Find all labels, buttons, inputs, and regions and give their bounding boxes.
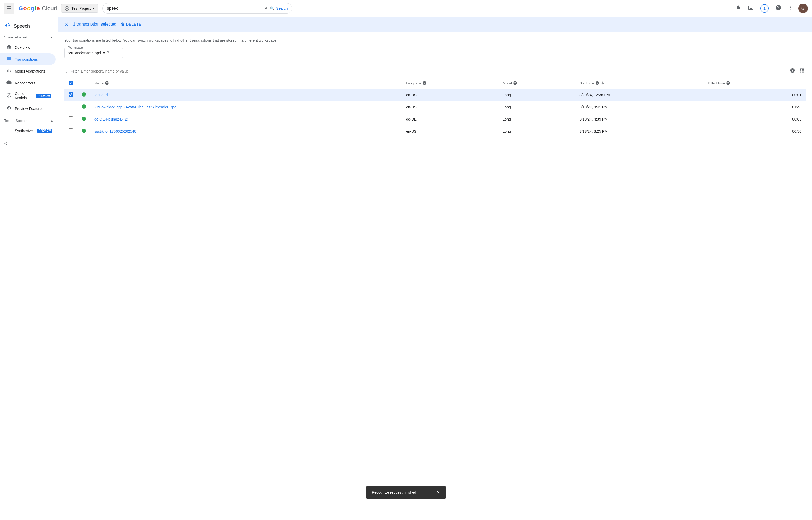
row-name-link[interactable]: test-audio xyxy=(94,93,110,97)
row-billed-time-cell: 00:50 xyxy=(704,125,806,137)
search-clear-button[interactable]: ✕ xyxy=(264,5,268,11)
sidebar-item-synthesize-label: Synthesize xyxy=(15,129,33,133)
th-start-time-help-icon[interactable] xyxy=(595,81,599,85)
snackbar-close-button[interactable]: ✕ xyxy=(436,489,440,495)
row-billed-time-cell: 00:06 xyxy=(704,113,806,125)
th-billed-time: Billed Time xyxy=(704,78,806,89)
row-model-cell: Long xyxy=(498,113,575,125)
delete-icon: 🗑 xyxy=(121,22,125,26)
row-model-cell: Long xyxy=(498,89,575,101)
user-avatar-button[interactable]: G xyxy=(798,4,808,13)
delete-button[interactable]: 🗑 DELETE xyxy=(121,22,141,26)
table-help-button[interactable] xyxy=(789,67,796,75)
workspace-help-icon[interactable]: ? xyxy=(107,51,109,55)
row-model-cell: Long xyxy=(498,125,575,137)
topbar: ☰ Google Cloud Test Project ▾ ✕ 🔍 Search… xyxy=(0,0,812,17)
status-dot xyxy=(82,129,86,133)
sidebar-app-header: Speech xyxy=(0,19,58,33)
table-row: de-DE-Neural2-B (2) de-DE Long 3/18/24, … xyxy=(64,113,806,125)
project-selector-button[interactable]: Test Project ▾ xyxy=(61,4,98,12)
custom-models-icon xyxy=(6,93,11,99)
row-name-cell: X2Download.app - Avatar The Last Airbend… xyxy=(90,101,402,113)
help-icon xyxy=(775,4,781,11)
row-checkbox[interactable] xyxy=(69,128,73,133)
selection-close-button[interactable]: ✕ xyxy=(64,21,69,27)
sidebar-section-text-to-speech[interactable]: Text-to-Speech ▲ xyxy=(0,116,58,125)
table-help-icon xyxy=(790,68,795,73)
snackbar: Recognize request finished ✕ xyxy=(367,486,445,499)
sidebar-item-synthesize[interactable]: Synthesize PREVIEW xyxy=(0,125,56,137)
row-checkbox[interactable] xyxy=(69,92,73,97)
table-toolbar: Filter xyxy=(64,64,806,78)
filter-button[interactable]: Filter xyxy=(64,69,79,74)
search-button[interactable]: 🔍 Search xyxy=(270,6,288,10)
header-checkbox[interactable]: ✓ xyxy=(69,81,73,85)
sidebar-section-tts-label: Text-to-Speech xyxy=(4,119,27,123)
row-name-link[interactable]: ssstik.io_1706625262540 xyxy=(94,129,136,133)
home-icon xyxy=(6,44,11,51)
status-dot xyxy=(82,116,86,121)
delete-label: DELETE xyxy=(126,22,141,26)
notifications-button[interactable] xyxy=(733,2,743,14)
table-columns-icon xyxy=(800,68,805,73)
sidebar-item-overview[interactable]: Overview xyxy=(0,42,56,53)
app-layout: Speech Speech-to-Text ▲ Overview Transcr… xyxy=(0,17,812,520)
google-cloud-logo: Google Cloud xyxy=(19,5,57,12)
row-start-time-cell: 3/18/24, 3:25 PM xyxy=(575,125,704,137)
th-start-time-sort-icon[interactable] xyxy=(601,81,605,85)
row-name-cell: test-audio xyxy=(90,89,402,101)
row-checkbox[interactable] xyxy=(69,104,73,109)
badge-circle: 1 xyxy=(760,4,769,12)
sidebar-section-speech-to-text[interactable]: Speech-to-Text ▲ xyxy=(0,33,58,42)
main-content: ✕ 1 transcription selected 🗑 DELETE Your… xyxy=(58,17,812,520)
th-language-help-icon[interactable] xyxy=(422,81,427,85)
row-checkbox-cell xyxy=(64,125,78,137)
snackbar-message: Recognize request finished xyxy=(372,490,416,494)
help-button[interactable] xyxy=(773,2,784,14)
row-start-time-cell: 3/20/24, 12:36 PM xyxy=(575,89,704,101)
transcriptions-icon xyxy=(6,56,11,62)
content-description: Your transcriptions are listed below. Yo… xyxy=(64,38,806,43)
synthesize-icon xyxy=(6,127,11,134)
preview-features-icon xyxy=(6,105,11,112)
sidebar-item-preview-features[interactable]: Preview Features xyxy=(0,103,56,114)
status-dot xyxy=(82,92,86,97)
filter-input[interactable] xyxy=(79,68,789,74)
row-checkbox-cell xyxy=(64,89,78,101)
search-bar: ✕ 🔍 Search xyxy=(102,3,292,14)
row-checkbox[interactable] xyxy=(69,116,73,121)
badge-button[interactable]: 1 xyxy=(758,2,771,15)
row-model-cell: Long xyxy=(498,101,575,113)
th-model-help-icon[interactable] xyxy=(513,81,517,85)
sidebar-item-recognizers[interactable]: Recognizers xyxy=(0,77,56,89)
th-name-help-icon[interactable] xyxy=(105,81,109,85)
sidebar-item-transcriptions[interactable]: Transcriptions xyxy=(0,53,56,65)
sidebar-item-recognizers-label: Recognizers xyxy=(15,81,35,85)
th-status xyxy=(78,78,90,89)
row-name-link[interactable]: de-DE-Neural2-B (2) xyxy=(94,117,128,121)
table-columns-button[interactable] xyxy=(798,67,806,75)
workspace-label: Workspace xyxy=(67,46,84,49)
row-language-cell: en-US xyxy=(402,101,498,113)
cloud-shell-icon xyxy=(748,4,754,11)
cloud-shell-button[interactable] xyxy=(746,2,756,14)
th-billed-time-help-icon[interactable] xyxy=(726,81,730,85)
table-row: test-audio en-US Long 3/20/24, 12:36 PM … xyxy=(64,89,806,101)
row-status-cell xyxy=(78,101,90,113)
search-icon: 🔍 xyxy=(270,6,274,10)
hamburger-menu-button[interactable]: ☰ xyxy=(4,3,14,14)
row-name-link[interactable]: X2Download.app - Avatar The Last Airbend… xyxy=(94,105,179,109)
sidebar-item-model-adaptations[interactable]: Model Adaptations xyxy=(0,65,56,77)
row-language-cell: de-DE xyxy=(402,113,498,125)
more-options-button[interactable] xyxy=(786,2,796,14)
sidebar-section-collapse-icon: ▲ xyxy=(50,35,54,39)
sidebar-item-custom-models[interactable]: Custom Models PREVIEW xyxy=(0,89,56,103)
workspace-select[interactable]: sst_workspace_ppd ▾ ? xyxy=(64,48,123,58)
table-row: X2Download.app - Avatar The Last Airbend… xyxy=(64,101,806,113)
sidebar-section-label: Speech-to-Text xyxy=(4,35,27,39)
sidebar-collapse-button[interactable]: ◁ xyxy=(0,137,58,149)
recognizers-icon xyxy=(6,80,11,86)
workspace-value: sst_workspace_ppd xyxy=(68,51,101,55)
search-input[interactable] xyxy=(107,6,262,11)
th-start-time: Start time xyxy=(575,78,704,89)
